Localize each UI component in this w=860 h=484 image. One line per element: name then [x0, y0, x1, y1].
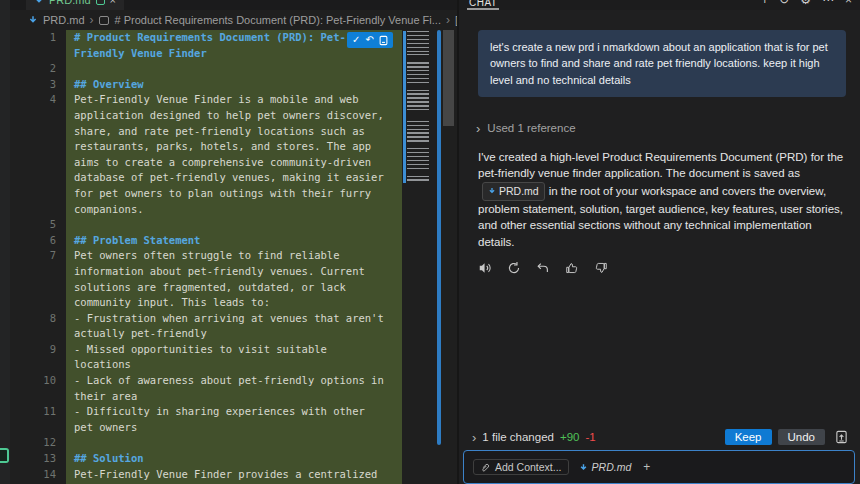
line-text[interactable]: Pet-Friendly Venue Finder is a mobile an…: [66, 92, 402, 217]
new-chat-icon[interactable]: +: [761, 0, 768, 7]
chevron-right-icon: ›: [476, 121, 480, 136]
breadcrumb-section[interactable]: # Product Requirements Document (PRD): P…: [114, 14, 440, 26]
line-number: 2: [10, 61, 56, 77]
chevron-right-icon[interactable]: ›: [472, 430, 476, 445]
assistant-response: I've created a high-level Product Requir…: [478, 149, 848, 251]
editor-tab-bar: PRD.md × ◨ ◫ ⋯: [10, 0, 458, 10]
editor-scrollbar[interactable]: [443, 30, 454, 126]
more-icon[interactable]: ⋯: [822, 0, 834, 7]
discard-undo-icon[interactable]: ↶: [365, 32, 373, 48]
line-number: 1: [10, 30, 56, 61]
history-icon[interactable]: ↺: [779, 0, 789, 7]
chat-panel-header: CHAT + ↺ ⚙ ⋯ ×: [459, 0, 860, 10]
line-text[interactable]: Pet owners often struggle to find reliab…: [66, 248, 402, 310]
regenerate-icon[interactable]: [507, 261, 521, 275]
code-line[interactable]: 13 ## Solution: [10, 451, 458, 467]
add-context-label: Add Context...: [495, 461, 562, 473]
code-line[interactable]: 3 ## Overview: [10, 77, 458, 93]
line-number: 3: [10, 77, 56, 93]
view-changes-icon[interactable]: [835, 430, 848, 444]
line-text[interactable]: [66, 217, 402, 233]
breadcrumb-file[interactable]: PRD.md: [43, 14, 85, 26]
gear-icon[interactable]: ⚙: [800, 0, 811, 7]
changes-summary[interactable]: 1 file changed: [482, 431, 554, 443]
undo-button[interactable]: Undo: [778, 429, 826, 445]
add-attachment-icon[interactable]: +: [643, 460, 650, 474]
undo-icon[interactable]: [536, 261, 550, 275]
lines-removed: -1: [585, 431, 595, 443]
context-file-label: PRD.md: [592, 461, 632, 473]
code-line[interactable]: 4 Pet-Friendly Venue Finder is a mobile …: [10, 92, 458, 217]
close-icon[interactable]: ×: [845, 0, 852, 7]
lines-added: +90: [560, 431, 580, 443]
line-number: 9: [10, 342, 56, 373]
breadcrumb-separator: ›: [90, 13, 94, 27]
vscode-window: PRD.md × ◨ ◫ ⋯ PRD.md › # Product Requir…: [0, 0, 860, 484]
thumbs-up-icon[interactable]: [565, 261, 579, 275]
minimap-diff-marker: [403, 31, 406, 183]
response-actions: [478, 261, 860, 275]
activity-badge-icon[interactable]: [0, 448, 9, 463]
minimap[interactable]: [407, 31, 429, 183]
read-aloud-icon[interactable]: [478, 261, 492, 275]
keep-button[interactable]: Keep: [725, 429, 772, 445]
activity-bar-edge: [0, 0, 10, 484]
tab-chat[interactable]: CHAT: [467, 0, 499, 10]
add-context-button[interactable]: Add Context...: [473, 459, 569, 475]
markdown-file-icon: [34, 0, 44, 5]
code-line[interactable]: 6 ## Problem Statement: [10, 233, 458, 249]
line-text[interactable]: ## Overview: [66, 77, 402, 93]
line-text[interactable]: ## Problem Statement: [66, 233, 402, 249]
line-text[interactable]: [66, 61, 402, 77]
markdown-file-icon: [488, 187, 496, 195]
line-text[interactable]: - Frustration when arriving at venues th…: [66, 311, 402, 342]
line-number: 12: [10, 435, 56, 451]
chip-label: PRD.md: [499, 183, 539, 200]
line-text[interactable]: [66, 435, 402, 451]
code-line[interactable]: 5: [10, 217, 458, 233]
line-text[interactable]: - Difficulty in sharing experiences with…: [66, 404, 402, 435]
breadcrumb-separator: ›: [446, 13, 450, 27]
used-references-label: Used 1 reference: [487, 122, 575, 134]
line-number: 7: [10, 248, 56, 310]
line-number: 13: [10, 451, 56, 467]
code-line[interactable]: 7 Pet owners often struggle to find reli…: [10, 248, 458, 310]
code-line[interactable]: 2: [10, 61, 458, 77]
chat-conversation: let's create a new prd i nmarkdown about…: [459, 10, 860, 426]
code-editor[interactable]: ✓ ↶ 1 # Product Requirements Document (P…: [10, 30, 458, 484]
code-line[interactable]: 9 - Missed opportunities to visit suitab…: [10, 342, 458, 373]
tab-prd-md[interactable]: PRD.md ×: [26, 0, 124, 10]
view-file-icon[interactable]: [379, 35, 388, 46]
line-number: 5: [10, 217, 56, 233]
response-text: I've created a high-level Product Requir…: [478, 151, 843, 180]
paperclip-icon: [480, 462, 490, 473]
section-symbol-icon: [99, 16, 110, 25]
chat-header-actions: + ↺ ⚙ ⋯ ×: [761, 0, 852, 9]
line-text[interactable]: Pet-Friendly Venue Finder provides a cen…: [66, 467, 402, 484]
overview-ruler-diff-marker: [437, 30, 441, 445]
close-icon[interactable]: ×: [110, 0, 116, 6]
thumbs-down-icon[interactable]: [594, 261, 608, 275]
changed-files-bar: › 1 file changed +90 -1 Keep Undo: [459, 426, 860, 448]
line-number: 6: [10, 233, 56, 249]
code-line[interactable]: 12: [10, 435, 458, 451]
used-references-toggle[interactable]: › Used 1 reference: [476, 121, 860, 136]
line-text[interactable]: ## Solution: [66, 451, 402, 467]
code-line[interactable]: 11 - Difficulty in sharing experiences w…: [10, 404, 458, 435]
code-line[interactable]: 8 - Frustration when arriving at venues …: [10, 311, 458, 342]
line-text[interactable]: - Lack of awareness about pet-friendly o…: [66, 373, 402, 404]
line-text[interactable]: - Missed opportunities to visit suitable…: [66, 342, 402, 373]
context-file-chip[interactable]: PRD.md: [579, 461, 632, 473]
line-number: 11: [10, 404, 56, 435]
code-line[interactable]: 10 - Lack of awareness about pet-friendl…: [10, 373, 458, 404]
breadcrumb: PRD.md › # Product Requirements Document…: [10, 10, 458, 30]
chat-panel: CHAT + ↺ ⚙ ⋯ × let's create a new prd i …: [459, 0, 860, 484]
markdown-file-icon: [579, 463, 588, 472]
line-number: 10: [10, 373, 56, 404]
pending-edit-icon[interactable]: [96, 0, 105, 5]
line-number: 14: [10, 467, 56, 484]
accept-check-icon[interactable]: ✓: [352, 32, 360, 48]
code-line[interactable]: 14 Pet-Friendly Venue Finder provides a …: [10, 467, 458, 484]
inline-file-chip[interactable]: PRD.md: [482, 182, 545, 201]
chat-input[interactable]: Add Context... PRD.md +: [463, 450, 855, 484]
